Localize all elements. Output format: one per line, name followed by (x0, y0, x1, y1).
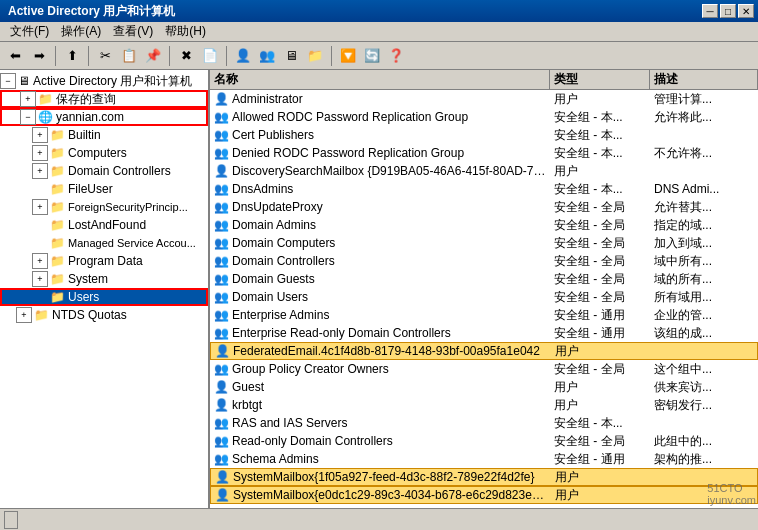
cell-desc-17: 密钥发行... (650, 397, 758, 414)
label-fileuser: FileUser (68, 182, 113, 196)
row-icon-8: 👥 (214, 236, 229, 250)
expander-saved[interactable]: + (20, 91, 36, 107)
list-item[interactable]: 👤Guest用户供来宾访... (210, 378, 758, 396)
help-button[interactable]: ❓ (385, 45, 407, 67)
expander-pd[interactable]: + (32, 253, 48, 269)
expander-root[interactable]: − (0, 73, 16, 89)
expander-fsp[interactable]: + (32, 199, 48, 215)
expander-ntds[interactable]: + (16, 307, 32, 323)
list-body[interactable]: 👤Administrator用户管理计算...👥Allowed RODC Pas… (210, 90, 758, 508)
status-panel (4, 511, 18, 529)
tree-panel[interactable]: − 🖥 Active Directory 用户和计算机 + 📁 保存的查询 − … (0, 70, 210, 508)
expander-sys[interactable]: + (32, 271, 48, 287)
list-item[interactable]: 👥Allowed RODC Password Replication Group… (210, 108, 758, 126)
cell-desc-13: 该组的成... (650, 325, 758, 342)
tree-item-msa[interactable]: 📁 Managed Service Accou... (0, 234, 208, 252)
menu-bar: 文件(F) 操作(A) 查看(V) 帮助(H) (0, 22, 758, 42)
list-item[interactable]: 👤SystemMailbox{e0dc1c29-89c3-4034-b678-e… (210, 486, 758, 504)
tree-item-builtin[interactable]: + 📁 Builtin (0, 126, 208, 144)
row-name-0: Administrator (232, 92, 303, 106)
tree-item-domain[interactable]: − 🌐 yannian.com (0, 108, 208, 126)
expander-builtin[interactable]: + (32, 127, 48, 143)
toolbar-separator-1 (55, 46, 56, 66)
list-item[interactable]: 👥Domain Users安全组 - 全局所有域用... (210, 288, 758, 306)
close-button[interactable]: ✕ (738, 4, 754, 18)
row-name-10: Domain Guests (232, 272, 315, 286)
list-item[interactable]: 👥Denied RODC Password Replication Group安… (210, 144, 758, 162)
tree-item-progdata[interactable]: + 📁 Program Data (0, 252, 208, 270)
tree-item-users[interactable]: 📁 Users (0, 288, 208, 306)
tree-item-saved-queries[interactable]: + 📁 保存的查询 (0, 90, 208, 108)
list-item[interactable]: 👥Domain Guests安全组 - 全局域的所有... (210, 270, 758, 288)
expander-dc[interactable]: + (32, 163, 48, 179)
row-icon-0: 👤 (214, 92, 229, 106)
list-item[interactable]: 👥Cert Publishers安全组 - 本... (210, 126, 758, 144)
expander-computers[interactable]: + (32, 145, 48, 161)
list-item[interactable]: 👥Group Policy Creator Owners安全组 - 全局这个组中… (210, 360, 758, 378)
cut-button[interactable]: ✂ (94, 45, 116, 67)
menu-help[interactable]: 帮助(H) (159, 21, 212, 42)
list-item[interactable]: 👥Schema Admins安全组 - 通用架构的推... (210, 450, 758, 468)
cell-type-13: 安全组 - 通用 (550, 325, 650, 342)
list-item[interactable]: 👥Enterprise Read-only Domain Controllers… (210, 324, 758, 342)
list-item[interactable]: 👤Administrator用户管理计算... (210, 90, 758, 108)
filter-button[interactable]: 🔽 (337, 45, 359, 67)
list-item[interactable]: 👤krbtgt用户密钥发行... (210, 396, 758, 414)
forward-button[interactable]: ➡ (28, 45, 50, 67)
list-item[interactable]: 👥Read-only Domain Controllers安全组 - 全局此组中… (210, 432, 758, 450)
list-item[interactable]: 👥Domain Admins安全组 - 全局指定的域... (210, 216, 758, 234)
tree-item-system[interactable]: + 📁 System (0, 270, 208, 288)
list-item[interactable]: 👥Enterprise Admins安全组 - 通用企业的管... (210, 306, 758, 324)
copy-button[interactable]: 📋 (118, 45, 140, 67)
list-item[interactable]: 👥DnsAdmins安全组 - 本...DNS Admi... (210, 180, 758, 198)
list-item[interactable]: 👥Domain Controllers安全组 - 全局域中所有... (210, 252, 758, 270)
tree-item-ntds[interactable]: + 📁 NTDS Quotas (0, 306, 208, 324)
icon-pd: 📁 (50, 254, 65, 268)
expander-users (32, 289, 48, 305)
expander-domain[interactable]: − (20, 109, 36, 125)
column-name[interactable]: 名称 (210, 70, 550, 89)
list-item[interactable]: 👥Domain Computers安全组 - 全局加入到域... (210, 234, 758, 252)
menu-view[interactable]: 查看(V) (107, 21, 159, 42)
tree-item-laf[interactable]: 📁 LostAndFound (0, 216, 208, 234)
column-desc[interactable]: 描述 (650, 70, 758, 89)
cell-name-22: 👤SystemMailbox{e0dc1c29-89c3-4034-b678-e… (211, 488, 551, 502)
cell-name-10: 👥Domain Guests (210, 272, 550, 286)
minimize-button[interactable]: ─ (702, 4, 718, 18)
tree-item-fileuser[interactable]: 📁 FileUser (0, 180, 208, 198)
menu-file[interactable]: 文件(F) (4, 21, 55, 42)
list-item[interactable]: 👥DnsUpdateProxy安全组 - 全局允许替其... (210, 198, 758, 216)
new-group-button[interactable]: 👥 (256, 45, 278, 67)
title-controls[interactable]: ─ □ ✕ (702, 4, 754, 18)
paste-button[interactable]: 📌 (142, 45, 164, 67)
list-item[interactable]: 👥RAS and IAS Servers安全组 - 本... (210, 414, 758, 432)
tree-item-root[interactable]: − 🖥 Active Directory 用户和计算机 (0, 72, 208, 90)
refresh-button[interactable]: 🔄 (361, 45, 383, 67)
cell-type-15: 安全组 - 全局 (550, 361, 650, 378)
cell-type-9: 安全组 - 全局 (550, 253, 650, 270)
tree-item-dc[interactable]: + 📁 Domain Controllers (0, 162, 208, 180)
list-item[interactable]: 👤SystemMailbox{1f05a927-feed-4d3c-88f2-7… (210, 468, 758, 486)
list-header: 名称 类型 描述 (210, 70, 758, 90)
list-item[interactable]: 👤DiscoverySearchMailbox {D919BA05-46A6-4… (210, 162, 758, 180)
row-name-20: Schema Admins (232, 452, 319, 466)
up-button[interactable]: ⬆ (61, 45, 83, 67)
properties-button[interactable]: 📄 (199, 45, 221, 67)
new-ou-button[interactable]: 📁 (304, 45, 326, 67)
maximize-button[interactable]: □ (720, 4, 736, 18)
column-type[interactable]: 类型 (550, 70, 650, 89)
back-button[interactable]: ⬅ (4, 45, 26, 67)
list-item[interactable]: 👤FederatedEmail.4c1f4d8b-8179-4148-93bf-… (210, 342, 758, 360)
new-computer-button[interactable]: 🖥 (280, 45, 302, 67)
tree-item-fsp[interactable]: + 📁 ForeignSecurityPrincip... (0, 198, 208, 216)
menu-action[interactable]: 操作(A) (55, 21, 107, 42)
tree-item-computers[interactable]: + 📁 Computers (0, 144, 208, 162)
delete-button[interactable]: ✖ (175, 45, 197, 67)
cell-desc-20: 架构的推... (650, 451, 758, 468)
row-icon-6: 👥 (214, 200, 229, 214)
row-name-21: SystemMailbox{1f05a927-feed-4d3c-88f2-78… (233, 470, 535, 484)
new-user-button[interactable]: 👤 (232, 45, 254, 67)
toolbar-separator-2 (88, 46, 89, 66)
icon-root: 🖥 (18, 74, 30, 88)
status-bar (0, 508, 758, 530)
